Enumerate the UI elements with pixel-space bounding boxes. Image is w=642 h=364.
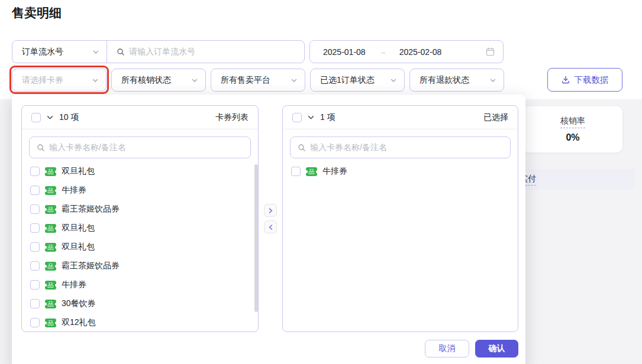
page-title: 售卖明细 [12, 5, 62, 21]
item-label: 30餐饮券 [62, 298, 96, 309]
list-item[interactable]: 品 30餐饮券 [22, 294, 258, 313]
item-checkbox[interactable] [30, 242, 40, 252]
item-checkbox[interactable] [30, 280, 40, 290]
chevron-down-icon [489, 77, 496, 84]
search-icon [37, 144, 45, 152]
chevron-down-icon [92, 48, 99, 56]
order-search-group: 订单流水号 请输入订单流水号 [12, 40, 305, 63]
coupon-ticket-icon: 品 [45, 281, 56, 290]
chevron-right-icon [267, 207, 274, 214]
item-label: 双旦礼包 [62, 223, 95, 233]
search-icon [117, 48, 125, 56]
coupon-ticket-icon: 品 [45, 186, 56, 195]
item-label: 霸王茶姬饮品券 [62, 261, 120, 271]
calendar-icon [486, 47, 495, 56]
source-title: 卡券列表 [215, 112, 249, 123]
verify-rate-card: 核销率 0% [523, 106, 622, 152]
target-title: 已选择 [483, 112, 508, 123]
item-label: 牛排券 [62, 185, 86, 196]
list-item[interactable]: 品 霸王茶姬饮品券 [22, 200, 258, 219]
source-search-placeholder: 输入卡券名称/备注名 [49, 142, 126, 153]
item-checkbox[interactable] [30, 299, 40, 308]
chevron-down-icon [291, 77, 298, 84]
chevron-left-icon [267, 224, 274, 230]
coupon-ticket-icon: 品 [306, 167, 317, 176]
chevron-down-icon [390, 77, 397, 84]
move-left-button[interactable] [264, 220, 277, 233]
coupon-ticket-icon: 品 [45, 224, 56, 233]
download-icon [562, 76, 570, 84]
item-label: 牛排券 [322, 166, 347, 177]
source-item-list: 品 双旦礼包 品 牛排券 品 霸王茶姬饮品券 品 [22, 162, 258, 332]
refund-status-value: 所有退款状态 [420, 75, 489, 86]
list-item[interactable]: 品 双旦礼包 [22, 162, 258, 181]
source-list-scrollbar[interactable] [254, 164, 258, 312]
list-item[interactable]: 品 牛排券 [283, 162, 518, 181]
download-data-button[interactable]: 下载数据 [547, 68, 622, 92]
target-count: 1 项 [320, 112, 335, 123]
order-field-select[interactable]: 订单流水号 [12, 41, 107, 63]
item-label: 霸王茶姬饮品券 [62, 204, 120, 214]
coupon-ticket-icon: 品 [45, 243, 56, 252]
source-search-input[interactable]: 输入卡券名称/备注名 [29, 136, 251, 158]
platform-select[interactable]: 所有售卖平台 [211, 69, 305, 92]
chevron-down-icon [191, 77, 198, 84]
coupon-transfer-panel: 10 项 卡券列表 输入卡券名称/备注名 品 双旦礼包 品 牛排券 [12, 95, 525, 364]
source-count: 10 项 [59, 112, 79, 123]
item-checkbox[interactable] [30, 261, 40, 271]
search-icon [298, 144, 306, 152]
list-item[interactable]: 品 双旦礼包 [22, 219, 258, 238]
source-select-all-checkbox[interactable] [31, 113, 41, 122]
coupon-select[interactable]: 请选择卡券 [12, 69, 107, 92]
verify-rate-value: 0% [566, 132, 579, 143]
date-end[interactable]: 2025-02-08 [399, 47, 442, 57]
item-checkbox[interactable] [291, 167, 301, 176]
download-label: 下载数据 [575, 74, 609, 86]
item-label: 双旦礼包 [62, 166, 95, 177]
chevron-down-icon[interactable] [307, 113, 315, 121]
list-item[interactable]: 品 牛排券 [22, 181, 258, 200]
coupon-ticket-icon: 品 [45, 205, 56, 214]
move-right-button[interactable] [264, 204, 277, 217]
order-serial-input[interactable]: 请输入订单流水号 [107, 47, 304, 57]
order-field-value: 订单流水号 [22, 47, 92, 57]
platform-value: 所有售卖平台 [221, 75, 291, 86]
list-item[interactable]: 品 双12礼包 [22, 313, 258, 332]
coupon-ticket-icon: 品 [45, 300, 56, 308]
source-list-header: 10 项 卡券列表 [22, 106, 258, 129]
chevron-down-icon[interactable] [46, 113, 54, 121]
order-status-select[interactable]: 已选1订单状态 [310, 69, 405, 92]
target-list-header: 1 项 已选择 [283, 106, 518, 129]
list-item[interactable]: 品 双旦礼包 [22, 238, 258, 256]
order-input-placeholder: 请输入订单流水号 [129, 47, 195, 57]
item-checkbox[interactable] [30, 204, 40, 214]
item-checkbox[interactable] [30, 318, 40, 327]
date-range-picker[interactable]: 2025-01-08 → 2025-02-08 [309, 40, 504, 63]
date-start[interactable]: 2025-01-08 [323, 47, 366, 57]
target-search-input[interactable]: 输入卡券名称/备注名 [290, 136, 511, 158]
coupon-ticket-icon: 品 [45, 262, 56, 271]
coupon-ticket-icon: 品 [45, 318, 56, 327]
target-select-all-checkbox[interactable] [292, 113, 302, 122]
list-item[interactable]: 品 牛排券 [22, 275, 258, 294]
chevron-down-icon [92, 77, 99, 84]
item-checkbox[interactable] [30, 223, 40, 233]
coupon-ticket-icon: 品 [45, 167, 56, 176]
target-search-placeholder: 输入卡券名称/备注名 [310, 142, 387, 153]
confirm-button[interactable]: 确认 [475, 340, 518, 358]
date-arrow-icon: → [379, 47, 386, 56]
verify-status-value: 所有核销状态 [121, 75, 191, 86]
item-label: 牛排券 [62, 280, 86, 290]
refund-status-select[interactable]: 所有退款状态 [409, 69, 504, 92]
item-checkbox[interactable] [30, 186, 40, 195]
verify-status-select[interactable]: 所有核销状态 [111, 69, 206, 92]
target-item-list: 品 牛排券 [283, 162, 518, 181]
verify-rate-label: 核销率 [560, 116, 585, 128]
target-list-box: 1 项 已选择 输入卡券名称/备注名 品 牛排券 [282, 105, 518, 332]
coupon-select-placeholder: 请选择卡券 [22, 75, 92, 86]
cancel-button[interactable]: 取消 [425, 340, 469, 358]
list-item[interactable]: 品 霸王茶姬饮品券 [22, 256, 258, 275]
item-label: 双12礼包 [62, 317, 96, 328]
order-status-value: 已选1订单状态 [320, 75, 390, 86]
item-checkbox[interactable] [30, 167, 40, 176]
